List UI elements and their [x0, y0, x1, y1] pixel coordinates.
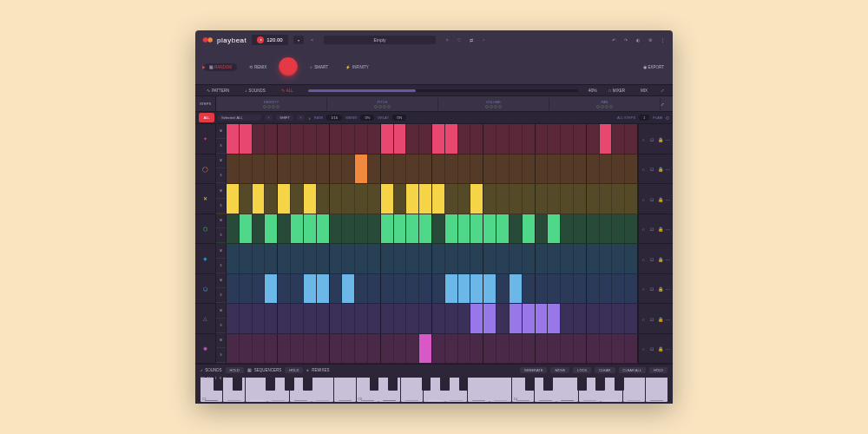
- track-select-7[interactable]: ✺: [195, 334, 215, 365]
- step-cell[interactable]: [561, 184, 574, 214]
- step-cell[interactable]: [587, 274, 600, 304]
- step-grid[interactable]: MSMSMSMSMSMSMSMS: [216, 124, 638, 364]
- step-cell[interactable]: [523, 214, 536, 244]
- step-cell[interactable]: [342, 184, 355, 214]
- track-select-2[interactable]: ✕: [195, 184, 215, 214]
- black-key[interactable]: [577, 378, 587, 391]
- step-cell[interactable]: [253, 304, 266, 333]
- more-icon[interactable]: ⋯: [666, 167, 669, 170]
- row-s[interactable]: S: [216, 228, 226, 243]
- step-cell[interactable]: [227, 214, 240, 244]
- step-cell[interactable]: [368, 334, 381, 364]
- step-cell[interactable]: [496, 124, 510, 154]
- step-cell[interactable]: [587, 244, 600, 273]
- param-volume[interactable]: VOLUME: [438, 98, 549, 110]
- step-cell[interactable]: [625, 214, 638, 244]
- step-cell[interactable]: [291, 124, 304, 154]
- step-cell[interactable]: [419, 155, 432, 184]
- step-cell[interactable]: [406, 274, 419, 304]
- step-cell[interactable]: [394, 214, 407, 244]
- step-cell[interactable]: [625, 184, 638, 214]
- footer-sequencers[interactable]: ▦SEQUENCERS: [247, 368, 282, 372]
- step-cell[interactable]: [600, 155, 613, 184]
- step-cell[interactable]: [394, 274, 407, 304]
- step-cell[interactable]: [304, 155, 317, 184]
- export-button[interactable]: ◉EXPORT: [643, 65, 664, 69]
- step-cell[interactable]: [496, 155, 510, 184]
- step-cell[interactable]: [265, 334, 278, 364]
- step-cell[interactable]: [612, 155, 625, 184]
- step-cell[interactable]: [240, 304, 253, 333]
- step-cell[interactable]: [253, 334, 266, 364]
- step-cell[interactable]: [330, 155, 343, 184]
- step-cell[interactable]: [612, 334, 625, 364]
- step-cell[interactable]: [600, 124, 613, 154]
- lock-icon[interactable]: 🔒: [658, 137, 661, 141]
- step-cell[interactable]: [510, 334, 523, 364]
- hold-button-2[interactable]: HOLD: [285, 367, 303, 373]
- step-cell[interactable]: [458, 334, 471, 364]
- step-cell[interactable]: [291, 274, 304, 304]
- mode-remix[interactable]: ⟲REMIX: [244, 63, 272, 71]
- track-select-1[interactable]: ◯: [195, 155, 215, 185]
- step-cell[interactable]: [342, 274, 355, 304]
- step-cell[interactable]: [432, 184, 445, 214]
- link-icon[interactable]: ⎌: [642, 286, 646, 290]
- step-cell[interactable]: [342, 244, 355, 273]
- step-cell[interactable]: [483, 244, 496, 273]
- tab-pattern[interactable]: ∿PATTERN: [202, 87, 233, 95]
- step-cell[interactable]: [574, 334, 587, 364]
- rand-icon[interactable]: ⚁: [650, 257, 654, 260]
- step-cell[interactable]: [612, 214, 625, 244]
- lock-icon[interactable]: 🔒: [658, 227, 661, 230]
- step-cell[interactable]: [523, 244, 536, 273]
- step-cell[interactable]: [330, 304, 343, 333]
- param-density[interactable]: DENSITY: [216, 98, 327, 110]
- step-cell[interactable]: [240, 184, 253, 214]
- step-cell[interactable]: [600, 304, 613, 333]
- step-cell[interactable]: [227, 304, 240, 333]
- step-cell[interactable]: [548, 155, 561, 184]
- step-cell[interactable]: [291, 214, 304, 244]
- step-cell[interactable]: [394, 184, 407, 214]
- step-cell[interactable]: [265, 244, 278, 273]
- row-s[interactable]: S: [216, 288, 226, 303]
- track-select-6[interactable]: △: [195, 304, 215, 334]
- step-cell[interactable]: [355, 334, 368, 364]
- step-cell[interactable]: [548, 334, 561, 364]
- step-cell[interactable]: [381, 244, 394, 273]
- rand-icon[interactable]: ⚁: [650, 346, 654, 350]
- rand-icon[interactable]: ⚁: [650, 167, 654, 170]
- step-cell[interactable]: [510, 274, 523, 304]
- more-icon[interactable]: ⋯: [666, 286, 669, 290]
- more-icon[interactable]: ⋯: [666, 317, 669, 320]
- step-cell[interactable]: [227, 124, 240, 154]
- step-cell[interactable]: [625, 274, 638, 304]
- hold-button-1[interactable]: HOLD: [226, 367, 244, 373]
- black-key[interactable]: [525, 378, 535, 391]
- step-cell[interactable]: [458, 155, 471, 184]
- param-expand-icon[interactable]: ⤢: [661, 102, 673, 107]
- step-cell[interactable]: [445, 155, 458, 184]
- step-cell[interactable]: [561, 124, 574, 154]
- step-cell[interactable]: [317, 124, 330, 154]
- black-key[interactable]: [266, 378, 275, 391]
- step-cell[interactable]: [612, 304, 625, 333]
- row-s[interactable]: S: [216, 199, 226, 214]
- step-cell[interactable]: [587, 124, 600, 154]
- step-cell[interactable]: [342, 304, 355, 333]
- step-cell[interactable]: [483, 184, 496, 214]
- step-cell[interactable]: [574, 304, 587, 333]
- step-cell[interactable]: [458, 184, 471, 214]
- step-cell[interactable]: [496, 274, 510, 304]
- white-key[interactable]: [556, 378, 578, 402]
- row-m[interactable]: M: [216, 274, 226, 289]
- redo-icon[interactable]: ↷: [622, 36, 629, 43]
- step-cell[interactable]: [253, 184, 266, 214]
- save-icon[interactable]: ▫: [480, 36, 487, 43]
- step-cell[interactable]: [406, 304, 419, 333]
- more-icon[interactable]: ⋯: [666, 197, 669, 201]
- step-cell[interactable]: [317, 334, 330, 364]
- step-cell[interactable]: [227, 334, 240, 364]
- step-cell[interactable]: [394, 304, 407, 333]
